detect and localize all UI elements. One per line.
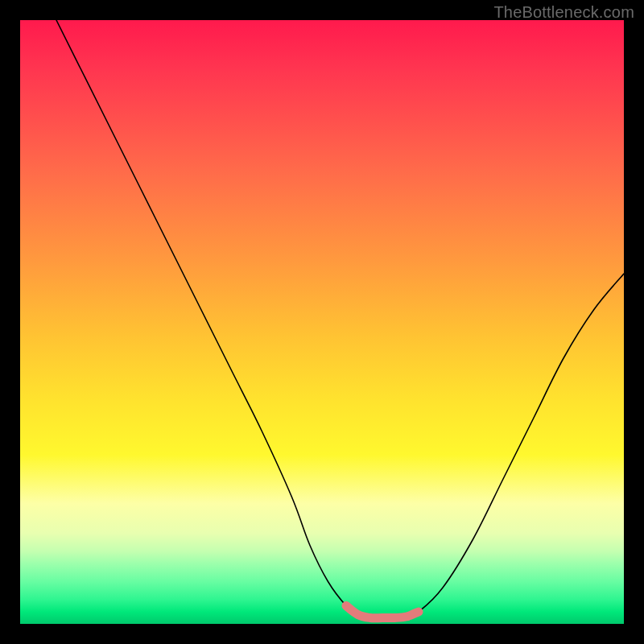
bottleneck-curve-line xyxy=(56,20,624,618)
optimal-range-highlight xyxy=(346,606,419,618)
watermark-text: TheBottleneck.com xyxy=(493,3,634,22)
plot-area xyxy=(20,20,624,624)
chart-frame: TheBottleneck.com xyxy=(0,0,644,644)
curve-layer xyxy=(20,20,624,624)
